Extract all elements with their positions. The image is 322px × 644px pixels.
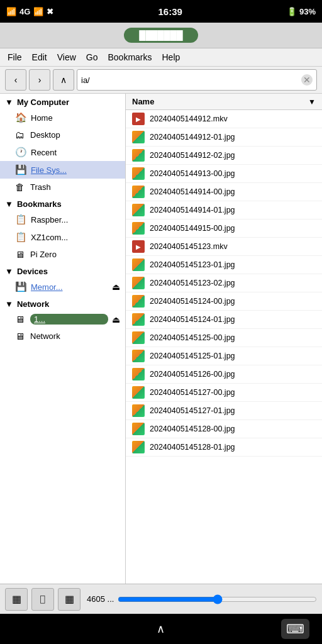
sort-arrow-icon: ▼ [308,97,316,106]
bluetooth-icon: ✖ [47,7,53,16]
menu-view[interactable]: View [57,52,76,62]
forward-button[interactable]: › [29,69,50,91]
status-right: 🔋 93% [287,7,316,16]
file-items-container: ▶20240405144912.mkv20240405144912-01.jpg… [126,110,322,457]
sidebar-item-filesystem[interactable]: 💾 File Sys... [0,161,125,179]
title-bar: ███████ [0,23,322,48]
section-label-my-computer: My Computer [17,97,69,107]
file-item[interactable]: 20240405145126-00.jpg [126,365,322,384]
main-content: ▼ My Computer 🏠 Home 🗂 Desktop 🕐 Recent … [0,94,322,584]
sidebar-item-trash[interactable]: 🗑 Trash [0,179,125,196]
file-name: 20240405145128-01.jpg [150,443,316,452]
system-nav-bar: ∧ ⌨ [0,614,322,644]
back-button[interactable]: ‹ [5,69,26,91]
file-item[interactable]: 20240405145128-01.jpg [126,438,322,457]
menu-bar: File Edit View Go Bookmarks Help [0,48,322,67]
home-icon: 🏠 [15,112,27,123]
file-thumbnail [132,186,145,198]
file-thumbnail [132,331,145,344]
view-list-button[interactable]: ▦ [58,588,80,611]
section-arrow-devices: ▼ [5,267,13,276]
address-bar: ✕ [77,69,317,91]
home-indicator-icon[interactable]: ∧ [157,622,165,636]
file-name: 20240405145123-01.jpg [150,260,316,269]
file-thumbnail [132,167,145,180]
sidebar-item-recent[interactable]: 🕐 Recent [0,143,125,161]
file-name: 20240405144913-00.jpg [150,169,316,178]
section-my-computer[interactable]: ▼ My Computer [0,94,125,109]
view-icons-button[interactable]: ▦ [5,588,28,611]
file-name: 20240405145124-01.jpg [150,315,316,324]
sidebar-item-network[interactable]: 🖥 Network [0,328,125,345]
eject-memory-button[interactable]: ⏏ [112,282,120,292]
file-item[interactable]: 20240405145125-01.jpg [126,347,322,365]
menu-file[interactable]: File [8,52,22,62]
view-list-icon: ▦ [65,593,74,605]
file-thumbnail [132,295,145,308]
file-item[interactable]: 20240405144913-00.jpg [126,165,322,183]
file-list-header: Name ▼ [126,94,322,110]
zoom-slider-container [118,594,317,604]
sidebar-item-raspberry[interactable]: 📋 Raspber... [0,211,125,228]
section-bookmarks[interactable]: ▼ Bookmarks [0,196,125,211]
network-device-label: 1... [30,314,108,325]
view-tree-button[interactable]: ⌷ [31,588,54,611]
file-list: Name ▼ ▶20240405144912.mkv20240405144912… [126,94,322,584]
file-item[interactable]: ▶20240405145123.mkv [126,238,322,256]
pizero-icon: 🖥 [15,249,26,260]
signal-icon: 📶 [6,7,16,16]
sidebar-item-desktop[interactable]: 🗂 Desktop [0,126,125,143]
sidebar-item-memory[interactable]: 💾 Memor... ⏏ [0,278,125,296]
address-input[interactable] [81,75,299,85]
sidebar-item-network-device[interactable]: 🖥 1... ⏏ [0,311,125,328]
file-item[interactable]: 20240405144912-02.jpg [126,147,322,165]
file-item[interactable]: 20240405144915-00.jpg [126,219,322,238]
file-name: 20240405144914-00.jpg [150,187,316,196]
battery-level: 93% [299,7,316,16]
filesystem-icon: 💾 [15,164,27,175]
file-thumbnail [132,386,145,399]
section-label-devices: Devices [17,267,48,276]
section-devices[interactable]: ▼ Devices [0,263,125,278]
status-left: 📶 4G 📶 ✖ [6,7,53,16]
sidebar-item-pizero[interactable]: 🖥 Pi Zero [0,246,125,263]
file-thumbnail [132,131,145,143]
keyboard-button[interactable]: ⌨ [281,619,309,639]
file-item[interactable]: 20240405145125-00.jpg [126,329,322,347]
file-name: 20240405145126-00.jpg [150,370,316,379]
file-name: 20240405144912-01.jpg [150,133,316,142]
menu-go[interactable]: Go [86,52,98,62]
sidebar-item-home[interactable]: 🏠 Home [0,109,125,126]
file-item[interactable]: ▶20240405144912.mkv [126,110,322,128]
sidebar-item-xz1[interactable]: 📋 XZ1com... [0,228,125,246]
file-item[interactable]: 20240405145127-00.jpg [126,384,322,402]
eject-network-button[interactable]: ⏏ [112,314,120,325]
status-time: 16:39 [158,6,182,17]
zoom-slider[interactable] [118,594,317,604]
menu-edit[interactable]: Edit [32,52,47,62]
file-item[interactable]: 20240405145123-02.jpg [126,274,322,292]
menu-bookmarks[interactable]: Bookmarks [108,52,152,62]
section-network[interactable]: ▼ Network [0,296,125,311]
file-thumbnail: ▶ [132,113,145,125]
signal-type: 4G [19,7,30,16]
file-item[interactable]: 20240405144912-01.jpg [126,128,322,147]
up-button[interactable]: ∧ [53,69,74,91]
file-name: 20240405145127-01.jpg [150,406,316,415]
file-item[interactable]: 20240405144914-01.jpg [126,201,322,219]
file-item[interactable]: 20240405145124-01.jpg [126,311,322,329]
file-item[interactable]: 20240405145124-00.jpg [126,292,322,311]
clear-button[interactable]: ✕ [301,74,313,86]
file-name: 20240405145123-02.jpg [150,279,316,287]
pizero-label: Pi Zero [30,250,57,259]
xz1-icon: 📋 [15,231,27,243]
file-item[interactable]: 20240405145127-01.jpg [126,402,322,420]
file-item[interactable]: 20240405145128-00.jpg [126,420,322,438]
file-item[interactable]: 20240405145123-01.jpg [126,256,322,274]
file-name: 20240405144915-00.jpg [150,224,316,233]
file-thumbnail [132,404,145,417]
file-item[interactable]: 20240405144914-00.jpg [126,183,322,201]
file-thumbnail [132,350,145,362]
file-thumbnail [132,368,145,380]
menu-help[interactable]: Help [162,52,180,62]
